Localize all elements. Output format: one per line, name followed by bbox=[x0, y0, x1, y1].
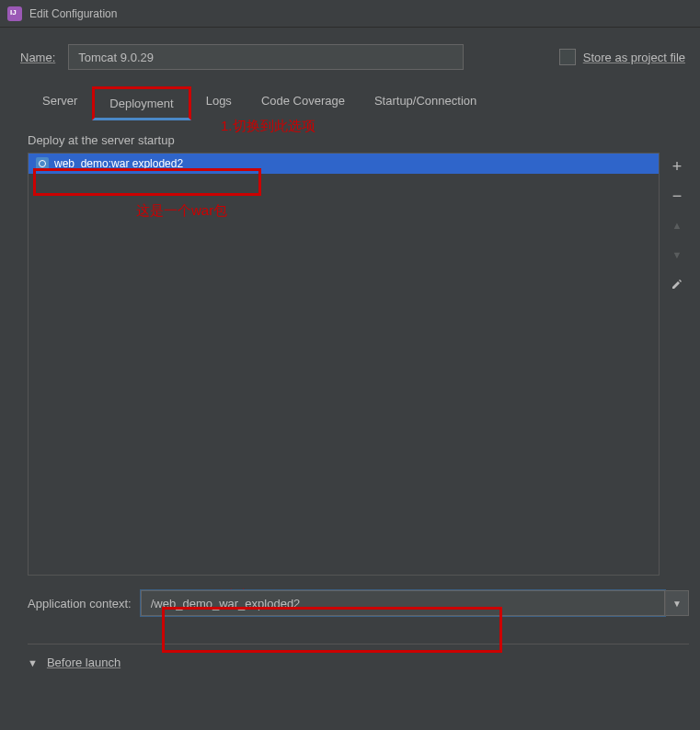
arrow-down-icon: ▼ bbox=[672, 249, 683, 260]
move-down-button[interactable]: ▼ bbox=[667, 245, 687, 265]
deploy-list[interactable]: web_demo:war exploded2 bbox=[28, 153, 660, 576]
name-input[interactable] bbox=[68, 44, 464, 70]
deploy-item[interactable]: web_demo:war exploded2 bbox=[29, 154, 659, 174]
app-icon bbox=[7, 6, 22, 21]
artifact-icon bbox=[36, 157, 49, 170]
main-area: Deploy at the server startup web_demo:wa… bbox=[0, 120, 700, 576]
name-row: Name: Store as project file bbox=[0, 28, 700, 79]
add-button[interactable]: + bbox=[667, 156, 687, 177]
chevron-down-icon: ▼ bbox=[672, 599, 682, 609]
pencil-icon bbox=[671, 278, 683, 291]
annotation-2: 这是一个war包 bbox=[136, 202, 227, 220]
annotation-1: 1.切换到此选项 bbox=[221, 118, 316, 135]
window-title: Edit Configuration bbox=[29, 7, 117, 20]
move-up-button[interactable]: ▲ bbox=[667, 215, 687, 235]
remove-button[interactable]: − bbox=[667, 186, 687, 206]
chevron-down-icon: ▼ bbox=[28, 657, 38, 668]
plus-icon: + bbox=[672, 157, 683, 177]
store-wrap: Store as project file bbox=[559, 49, 685, 65]
deploy-section-label: Deploy at the server startup bbox=[28, 133, 689, 147]
tabs: Server Deployment Logs Code Coverage Sta… bbox=[0, 79, 700, 120]
tab-server[interactable]: Server bbox=[28, 86, 92, 120]
before-launch-section[interactable]: ▼ Before launch bbox=[0, 656, 700, 669]
name-label: Name: bbox=[20, 51, 55, 64]
deploy-side-buttons: + − ▲ ▼ bbox=[665, 153, 689, 576]
before-launch-label: Before launch bbox=[47, 656, 120, 669]
minus-icon: − bbox=[672, 187, 683, 206]
arrow-up-icon: ▲ bbox=[672, 220, 683, 231]
context-dropdown-button[interactable]: ▼ bbox=[665, 590, 689, 616]
context-row: Application context: ▼ bbox=[0, 576, 700, 616]
context-input[interactable] bbox=[141, 590, 665, 616]
edit-button[interactable] bbox=[667, 274, 687, 294]
store-label: Store as project file bbox=[583, 51, 685, 64]
tab-startup-connection[interactable]: Startup/Connection bbox=[360, 86, 491, 120]
deploy-item-label: web_demo:war exploded2 bbox=[54, 157, 183, 170]
divider bbox=[28, 644, 689, 644]
context-label: Application context: bbox=[28, 597, 132, 610]
deploy-area: web_demo:war exploded2 + − ▲ ▼ bbox=[28, 153, 689, 576]
tab-deployment[interactable]: Deployment bbox=[92, 86, 190, 120]
title-bar: Edit Configuration bbox=[0, 0, 700, 28]
tab-code-coverage[interactable]: Code Coverage bbox=[247, 86, 360, 120]
context-input-wrap: ▼ bbox=[141, 590, 689, 616]
store-checkbox[interactable] bbox=[559, 49, 576, 65]
tab-logs[interactable]: Logs bbox=[191, 86, 247, 120]
